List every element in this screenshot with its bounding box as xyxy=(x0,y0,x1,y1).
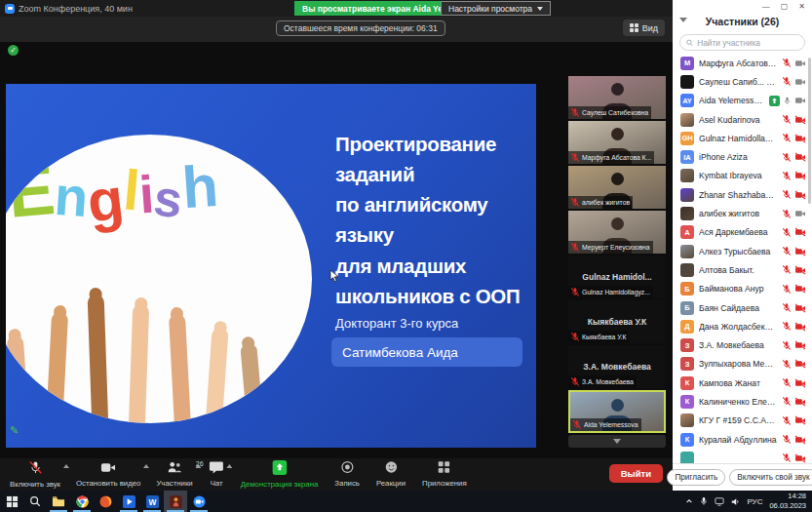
hand-graphic xyxy=(240,342,264,423)
chevron-up-icon[interactable] xyxy=(63,464,69,468)
participant-row[interactable]: КГУ Г #159 С.С.Аналилева xyxy=(673,412,812,430)
participant-row[interactable]: ББаян Сайдаева xyxy=(673,298,812,317)
toolbar-camera-button[interactable]: Остановить видео xyxy=(76,460,140,489)
toolbar-mic-off-button[interactable]: Включить звук xyxy=(10,460,60,489)
taskbar-firefox-icon[interactable] xyxy=(94,491,117,512)
participant-row[interactable]: Саулеш Сапиб... (Организатор) xyxy=(673,72,812,91)
language-indicator[interactable]: РУС xyxy=(747,497,762,506)
leave-button[interactable]: Выйти xyxy=(609,464,663,483)
participant-row[interactable]: ЗЗ.А. Мовкебаева xyxy=(673,335,812,354)
participant-row[interactable]: ККуралай Абдуллина xyxy=(673,430,812,449)
participant-row[interactable]: алибек жигитов xyxy=(673,204,812,222)
chevron-up-icon[interactable] xyxy=(227,464,233,468)
toolbar-chat-button[interactable]: Чат xyxy=(210,460,224,489)
video-tile[interactable]: Меруерт Елеусизовна xyxy=(568,211,666,254)
toolbar-label: Остановить видео xyxy=(76,479,140,488)
video-tile[interactable]: З.А. МовкебаеваЗ.А. Мовкебаева xyxy=(568,345,666,388)
toolbar-apps-button[interactable]: Приложения xyxy=(422,460,467,489)
toolbar-share-screen-button[interactable]: Демонстрация экрана xyxy=(241,460,319,489)
taskbar-chrome-icon[interactable] xyxy=(70,491,94,512)
toolbar-record-button[interactable]: Запись xyxy=(334,460,360,489)
toolbar-label: Чат xyxy=(211,479,223,488)
participant-status-icons xyxy=(782,415,806,426)
participant-row[interactable]: ББайманова Анур xyxy=(673,280,812,298)
tray-chevron-icon[interactable] xyxy=(685,497,693,505)
view-button[interactable]: Вид xyxy=(623,20,665,36)
participant-name: Марфуга Абсатова КазНП... (Я) xyxy=(699,59,777,68)
maximize-button[interactable]: ▢ xyxy=(781,3,789,11)
video-tile-active-speaker[interactable]: Aida Yelemessova xyxy=(568,390,666,433)
svg-text:W: W xyxy=(148,496,156,506)
tile-name-label: алибек жигитов xyxy=(568,196,633,209)
security-shield-icon[interactable]: ✓ xyxy=(8,45,19,56)
tray-mic-icon[interactable] xyxy=(700,496,708,506)
invite-button[interactable]: Пригласить xyxy=(667,469,725,486)
person-head xyxy=(611,128,624,140)
chat-icon xyxy=(210,460,224,478)
participant-name: Кампова Жанат xyxy=(699,378,777,388)
chevron-up-icon[interactable] xyxy=(143,464,149,468)
tile-name-label: Меруерт Елеусизовна xyxy=(568,241,653,254)
search-input[interactable] xyxy=(697,38,798,48)
participant-avatar: М xyxy=(680,57,694,70)
participant-row[interactable]: ЗЗулпыхарова Меруерт xyxy=(673,355,812,374)
english-graphic: English xyxy=(6,135,312,423)
participant-status-icons xyxy=(782,434,806,445)
close-button[interactable]: ✕ xyxy=(798,3,805,11)
taskbar-zoom-meeting-icon[interactable] xyxy=(187,491,211,512)
participant-avatar: К xyxy=(680,376,694,390)
toolbar-participants-button[interactable]: Участники26 xyxy=(156,460,192,489)
taskbar-media-app-icon[interactable] xyxy=(117,491,140,512)
minimize-button[interactable]: — xyxy=(762,3,770,11)
mic-off-icon xyxy=(28,460,43,479)
list-scrollbar[interactable] xyxy=(808,58,811,204)
participant-row[interactable]: AYAida Yelemessova xyxy=(673,92,812,110)
record-icon xyxy=(340,460,354,478)
unmute-self-button[interactable]: Включить свой звук xyxy=(729,469,812,486)
participant-avatar: Б xyxy=(680,301,694,315)
participant-row[interactable]: ДДана Жолдасбекова xyxy=(673,317,812,335)
participant-row[interactable]: ММарфуга Абсатова КазНП... (Я) xyxy=(673,54,812,72)
participant-row[interactable]: ККампова Жанат xyxy=(673,374,812,392)
participant-row[interactable]: GHGulnaz Hamidollagyzy Sarsenb... xyxy=(673,129,812,147)
participant-photo-avatar xyxy=(680,245,694,258)
video-tile[interactable]: Gulnaz Hamidol...Gulnaz Hamidollagyz... xyxy=(568,256,666,298)
annotate-pencil-icon[interactable]: ✎ xyxy=(10,424,19,437)
video-tile[interactable]: алибек жигитов xyxy=(568,166,666,209)
participant-row[interactable]: ААся Даркембаева xyxy=(673,223,812,242)
tray-speaker-icon[interactable] xyxy=(731,497,740,506)
video-tile[interactable]: Кыякбаева У.ККыякбаева У.К xyxy=(568,300,666,343)
participant-avatar xyxy=(680,452,694,463)
collapse-panel-icon[interactable] xyxy=(679,18,687,22)
thumbnails-scroll-down-button[interactable] xyxy=(568,435,666,448)
participant-name: iPhone Aziza xyxy=(699,152,777,162)
participant-row[interactable] xyxy=(673,449,812,463)
participant-avatar: К xyxy=(680,395,694,409)
participant-row[interactable]: IAiPhone Aziza xyxy=(673,147,812,166)
participant-name: Asel Kudarinova xyxy=(699,115,777,125)
video-tile[interactable]: Саулеш Сатибековна xyxy=(568,76,666,119)
taskbar-word-icon[interactable]: W xyxy=(140,491,164,512)
participant-row[interactable]: Asel Kudarinova xyxy=(673,110,812,129)
participant-name: Алтова Бакыт. xyxy=(699,265,777,275)
participant-row[interactable]: ККалиниченко Елена Дмитриев... xyxy=(673,392,812,411)
toolbar-reactions-button[interactable]: Реакции xyxy=(376,460,406,489)
taskbar-search-icon[interactable] xyxy=(23,491,47,512)
clock[interactable]: 14:28 06.03.2023 xyxy=(769,492,806,511)
camera-icon xyxy=(100,460,116,478)
participant-row[interactable]: Алкез Турысбаева xyxy=(673,242,812,260)
participant-row[interactable]: Kymbat Ibrayeva xyxy=(673,167,812,185)
view-settings-button[interactable]: Настройки просмотра xyxy=(441,1,551,16)
participant-row[interactable]: Алтова Бакыт. xyxy=(673,260,812,279)
participant-row[interactable]: Zhanar Shazhabaeva xyxy=(673,185,812,204)
video-tile[interactable]: Марфуга Абсатова К... xyxy=(568,121,666,164)
taskbar-file-explorer-icon[interactable] xyxy=(47,491,70,512)
slide-author: Сатимбекова Аида xyxy=(331,337,522,367)
taskbar-zoom-app-icon[interactable] xyxy=(164,491,187,512)
tray-network-icon[interactable] xyxy=(715,497,724,506)
participant-name: алибек жигитов xyxy=(699,209,777,218)
participants-header: Участники (26) xyxy=(673,13,812,30)
participant-status-icons xyxy=(782,340,806,351)
info-bar: Оставшееся время конференции: 06:31 Вид xyxy=(0,17,673,42)
taskbar-start-icon[interactable] xyxy=(0,491,23,512)
